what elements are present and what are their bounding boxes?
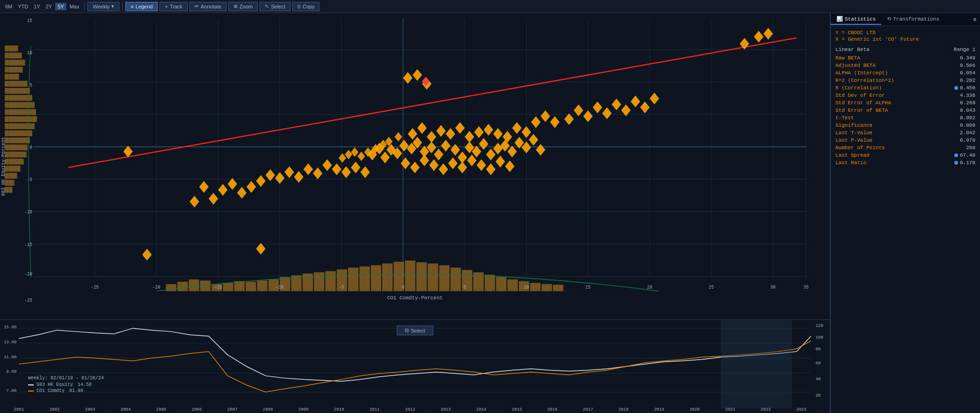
svg-rect-186 bbox=[359, 267, 370, 291]
stats-row-11: Last P-Value0.979 bbox=[835, 137, 975, 144]
select-icon: ⊟ bbox=[405, 327, 409, 333]
svg-rect-151 bbox=[5, 130, 8, 137]
stats-label-1: Adjusted BETA bbox=[835, 63, 876, 68]
legend-button[interactable]: ≡ Legend bbox=[125, 2, 158, 11]
chart-area: Y = 0.349 X + 0.054 883 HK Equity-Percen… bbox=[0, 13, 830, 413]
svg-text:2006: 2006 bbox=[192, 407, 202, 412]
stats-value-11: 0.979 bbox=[960, 138, 975, 143]
svg-text:15: 15 bbox=[586, 284, 591, 290]
svg-text:2013: 2013 bbox=[441, 407, 451, 412]
pencil-icon: ✏ bbox=[195, 3, 199, 9]
svg-rect-146 bbox=[8, 109, 36, 115]
svg-rect-160 bbox=[8, 159, 23, 165]
stats-label-10: Last T-Value bbox=[835, 130, 872, 136]
stats-label-12: Number of Points bbox=[835, 145, 885, 151]
co1-value: 81.98 bbox=[69, 388, 83, 393]
time-max[interactable]: Max bbox=[67, 3, 82, 10]
svg-text:13.00: 13.00 bbox=[4, 340, 16, 345]
co1-color-indicator bbox=[28, 391, 34, 391]
stats-value-2: 0.054 bbox=[960, 70, 975, 76]
svg-rect-139 bbox=[5, 88, 8, 94]
svg-rect-198 bbox=[496, 277, 506, 291]
svg-text:-15: -15 bbox=[25, 241, 32, 247]
tab-statistics[interactable]: 📊 Statistics bbox=[831, 14, 881, 25]
frequency-selector[interactable]: Weekly ▾ bbox=[87, 2, 119, 11]
svg-text:2004: 2004 bbox=[121, 407, 131, 412]
time-2y[interactable]: 2Y bbox=[44, 3, 54, 10]
svg-rect-243 bbox=[721, 320, 792, 408]
svg-text:5: 5 bbox=[464, 284, 466, 290]
stats-row-5: Std Dev of Error4.336 bbox=[835, 92, 975, 99]
svg-text:2018: 2018 bbox=[618, 407, 629, 412]
time-6m[interactable]: 6M bbox=[3, 3, 15, 10]
tab-transformations[interactable]: ⟲ Transformations bbox=[881, 14, 945, 25]
legend-icon: ≡ bbox=[131, 4, 133, 9]
copy-button[interactable]: ⎘ Copy bbox=[292, 2, 320, 11]
svg-text:20: 20 bbox=[816, 393, 821, 398]
info-dot-14 bbox=[954, 161, 958, 165]
settings-button[interactable]: ⚙ bbox=[969, 14, 980, 24]
scatter-plot: -25 -20 -15 -10 -5 0 5 10 15 20 25 30 35… bbox=[0, 13, 830, 319]
stats-row-6: Std Error of ALPHA0.269 bbox=[835, 99, 975, 107]
stats-label-5: Std Dev of Error bbox=[835, 93, 885, 98]
info-dot-13 bbox=[954, 153, 958, 157]
stats-value-0: 0.349 bbox=[960, 55, 975, 61]
svg-text:2017: 2017 bbox=[583, 407, 593, 412]
track-button[interactable]: + Track bbox=[160, 2, 188, 11]
svg-text:2007: 2007 bbox=[227, 407, 238, 412]
stats-value-3: 0.202 bbox=[960, 78, 975, 83]
svg-rect-174 bbox=[223, 283, 233, 291]
svg-text:80: 80 bbox=[816, 347, 821, 352]
svg-rect-154 bbox=[8, 138, 30, 144]
svg-text:2010: 2010 bbox=[334, 407, 344, 412]
svg-rect-166 bbox=[8, 180, 14, 186]
co1-label: CO1 Comdty bbox=[36, 388, 65, 393]
svg-rect-132 bbox=[8, 60, 25, 66]
svg-text:-20: -20 bbox=[25, 271, 32, 277]
separator-2 bbox=[122, 2, 123, 11]
s83-label: S83 HK Equity bbox=[36, 382, 73, 387]
svg-rect-168 bbox=[8, 187, 12, 193]
svg-text:2016: 2016 bbox=[547, 407, 558, 412]
timeseries-select-button[interactable]: ⊟ Select bbox=[397, 326, 433, 335]
time-1y[interactable]: 1Y bbox=[31, 3, 42, 10]
gear-icon: ⚙ bbox=[973, 17, 976, 22]
stats-row-10: Last T-Value2.042 bbox=[835, 129, 975, 137]
svg-rect-148 bbox=[8, 116, 37, 122]
stats-label-9: Significance bbox=[835, 123, 872, 128]
svg-text:2005: 2005 bbox=[156, 407, 167, 412]
svg-text:9.00: 9.00 bbox=[7, 370, 17, 375]
svg-text:2015: 2015 bbox=[512, 407, 522, 412]
svg-rect-203 bbox=[553, 285, 563, 291]
scatter-section: Y = 0.349 X + 0.054 883 HK Equity-Percen… bbox=[0, 13, 830, 319]
stats-row-8: t-Test8.092 bbox=[835, 114, 975, 122]
svg-rect-130 bbox=[8, 52, 22, 58]
timeseries-legend: Weekly: 02/01/19 - 01/26/24 S83 HK Equit… bbox=[28, 376, 104, 394]
stats-label-13: Last Spread bbox=[835, 152, 870, 158]
svg-rect-197 bbox=[485, 275, 495, 291]
stats-value-7: 0.043 bbox=[960, 108, 975, 113]
svg-rect-135 bbox=[5, 74, 8, 80]
svg-rect-1 bbox=[33, 19, 806, 278]
svg-rect-183 bbox=[325, 271, 335, 291]
svg-text:15: 15 bbox=[27, 17, 32, 23]
range-label: Range 1 bbox=[954, 47, 975, 52]
svg-rect-194 bbox=[450, 268, 461, 291]
select-button[interactable]: ↖ Select bbox=[260, 2, 290, 11]
time-5y[interactable]: 5Y bbox=[55, 3, 66, 10]
svg-text:11.00: 11.00 bbox=[4, 355, 16, 360]
stats-row-1: Adjusted BETA0.566 bbox=[835, 62, 975, 69]
stats-label-3: R^2 (Correlation^2) bbox=[835, 78, 894, 83]
plus-icon: + bbox=[165, 4, 167, 9]
svg-rect-202 bbox=[542, 284, 552, 291]
magnify-icon: ⊕ bbox=[233, 3, 238, 9]
stats-value-13: 67.40 bbox=[960, 152, 975, 158]
stats-value-5: 4.336 bbox=[960, 93, 975, 98]
svg-text:15.00: 15.00 bbox=[4, 325, 16, 330]
stats-rows: Raw BETA0.349Adjusted BETA0.566ALPHA (In… bbox=[835, 54, 975, 167]
annotate-button[interactable]: ✏ Annotate bbox=[189, 2, 226, 11]
svg-text:30: 30 bbox=[770, 284, 776, 290]
time-ytd[interactable]: YTD bbox=[15, 3, 30, 10]
zoom-button[interactable]: ⊕ Zoom bbox=[228, 2, 258, 11]
svg-rect-147 bbox=[5, 116, 8, 122]
